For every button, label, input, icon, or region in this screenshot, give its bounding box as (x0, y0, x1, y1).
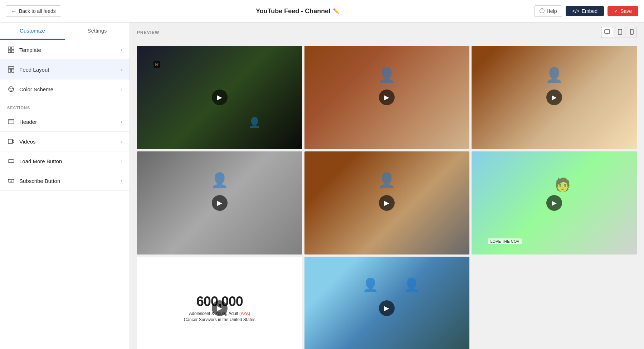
play-icon-6: ▶ (546, 195, 562, 211)
chevron-right-icon: › (121, 119, 122, 125)
svg-rect-13 (8, 139, 13, 144)
load-more-label: Load More Button (19, 158, 62, 164)
video-thumb-city[interactable]: 👤 👤 ▶ (304, 257, 470, 349)
palette-icon (7, 85, 15, 93)
svg-point-9 (12, 88, 13, 89)
color-scheme-label: Color Scheme (19, 86, 53, 92)
chevron-right-icon: › (121, 158, 122, 164)
device-icons (601, 27, 637, 38)
svg-rect-3 (11, 50, 14, 53)
tab-customize[interactable]: Customize (0, 23, 65, 40)
video-thumb-5[interactable]: 👤 ▶ (304, 151, 470, 255)
help-button[interactable]: ⓘ Help (534, 5, 562, 17)
header-icon (7, 118, 15, 126)
sidebar: Customize Settings Template › (0, 23, 130, 349)
sidebar-item-color-scheme[interactable]: Color Scheme › (0, 79, 130, 99)
feed-title: YouTube Feed - Channel (256, 8, 330, 15)
embed-code-icon: </> (572, 8, 579, 14)
svg-rect-1 (11, 47, 14, 49)
videos-label: Videos (19, 139, 36, 145)
video-thumb-stat[interactable]: 600,000 Adolescent & Young Adult (AYA) C… (137, 257, 302, 349)
chevron-right-icon: › (121, 47, 122, 53)
svg-point-8 (10, 88, 11, 89)
subscribe-label: Subscribe Button (19, 178, 60, 184)
help-circle-icon: ⓘ (540, 8, 545, 14)
help-label: Help (547, 8, 557, 14)
svg-point-22 (620, 33, 620, 34)
back-label: Back to all feeds (19, 8, 56, 14)
play-icon-4: ▶ (212, 195, 228, 211)
play-icon-3: ▶ (546, 89, 562, 105)
video-grid-row1: 👤 R ▶ 👤 ▶ 👤 ▶ (137, 46, 637, 149)
header-label: Header (19, 119, 37, 125)
sidebar-item-feed-layout[interactable]: Feed Layout › (0, 60, 130, 79)
svg-point-7 (9, 87, 14, 92)
svg-rect-11 (8, 120, 14, 124)
sidebar-item-header[interactable]: Header › (0, 112, 130, 132)
chevron-right-icon: › (121, 86, 122, 92)
svg-rect-6 (11, 69, 14, 72)
video-thumb-1[interactable]: 👤 R ▶ (137, 46, 302, 149)
sidebar-item-template[interactable]: Template › (0, 40, 130, 60)
grid-icon (7, 46, 15, 54)
chevron-right-icon: › (121, 67, 122, 72)
edit-icon[interactable]: ✏️ (333, 8, 339, 14)
topbar-center: YouTube Feed - Channel ✏️ (256, 8, 339, 15)
svg-rect-14 (8, 160, 14, 163)
svg-rect-4 (8, 67, 14, 68)
play-icon-5: ▶ (379, 195, 395, 211)
play-icon-city: ▶ (379, 300, 395, 316)
main-layout: Customize Settings Template › (0, 23, 644, 349)
tablet-device-button[interactable] (615, 27, 625, 38)
sections-label: SECTIONS (0, 99, 130, 112)
video-icon (7, 137, 15, 145)
layout-icon (7, 66, 15, 73)
save-label: Save (620, 8, 632, 14)
feed-layout-label: Feed Layout (19, 67, 49, 73)
svg-point-24 (631, 34, 632, 34)
video-thumb-3[interactable]: 👤 ▶ (472, 46, 637, 149)
back-button[interactable]: ← Back to all feeds (6, 5, 61, 17)
save-button[interactable]: ✓ Save (608, 6, 638, 16)
play-icon-1: ▶ (212, 89, 228, 105)
tab-settings[interactable]: Settings (65, 23, 130, 40)
svg-rect-5 (8, 69, 11, 72)
preview-content: 👤 R ▶ 👤 ▶ 👤 ▶ (130, 42, 644, 349)
subscribe-icon (7, 177, 15, 185)
preview-area: PREVIEW (130, 23, 644, 349)
embed-label: Embed (582, 8, 597, 14)
play-icon-stat: ▶ (212, 300, 228, 316)
video-thumb-2[interactable]: 👤 ▶ (304, 46, 470, 149)
mobile-device-button[interactable] (627, 27, 637, 38)
embed-button[interactable]: </> Embed (566, 6, 604, 16)
preview-label: PREVIEW (137, 30, 159, 35)
video-thumb-6[interactable]: 🧑 LOVE THE COV ▶ (472, 151, 637, 255)
checkmark-icon: ✓ (614, 8, 618, 14)
load-more-icon (7, 157, 15, 165)
chevron-right-icon: › (121, 139, 122, 144)
sidebar-item-videos[interactable]: Videos › (0, 132, 130, 151)
video-grid-row2: 👤 ▶ 👤 ▶ 🧑 LOVE THE COV ▶ (137, 151, 637, 255)
desktop-device-button[interactable] (601, 27, 613, 38)
svg-point-10 (11, 90, 12, 91)
svg-rect-0 (8, 47, 11, 49)
video-grid-row3: 600,000 Adolescent & Young Adult (AYA) C… (137, 257, 637, 349)
topbar-right: ⓘ Help </> Embed ✓ Save (534, 5, 638, 17)
back-arrow-icon: ← (11, 8, 17, 14)
sidebar-item-load-more[interactable]: Load More Button › (0, 151, 130, 171)
topbar: ← Back to all feeds YouTube Feed - Chann… (0, 0, 644, 23)
svg-rect-18 (605, 30, 610, 33)
preview-header: PREVIEW (130, 23, 644, 42)
play-icon-2: ▶ (379, 89, 395, 105)
sidebar-tabs: Customize Settings (0, 23, 130, 40)
video-grid-empty (472, 257, 637, 349)
topbar-left: ← Back to all feeds (6, 5, 61, 17)
template-label: Template (19, 47, 41, 53)
sidebar-item-subscribe[interactable]: Subscribe Button › (0, 171, 130, 191)
video-thumb-4[interactable]: 👤 ▶ (137, 151, 302, 255)
chevron-right-icon: › (121, 178, 122, 184)
svg-rect-2 (8, 50, 11, 53)
